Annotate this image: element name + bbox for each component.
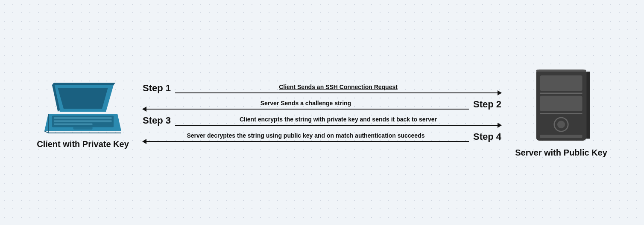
step1-arrow-container: Client Sends an SSH Connection Request <box>175 83 501 93</box>
server-icon <box>527 68 595 144</box>
step4-arrow-container: Server decryptes the string using public… <box>143 132 469 141</box>
diagram: Client with Private Key Step 1 Client Se… <box>27 68 617 158</box>
step3-arrow <box>175 125 501 126</box>
svg-rect-21 <box>540 135 583 138</box>
steps-section: Step 1 Client Sends an SSH Connection Re… <box>138 80 506 145</box>
step1-label: Step 1 <box>143 83 171 94</box>
svg-marker-12 <box>52 83 116 85</box>
svg-rect-16 <box>540 92 583 94</box>
server-label: Server with Public Key <box>515 148 607 158</box>
step2-row: Server Sends a challenge string Step 2 <box>143 99 501 110</box>
step4-row: Server decryptes the string using public… <box>143 131 501 142</box>
server-section: Server with Public Key <box>506 68 617 158</box>
step3-row: Step 3 Client encrypts the string with p… <box>143 115 501 126</box>
svg-rect-4 <box>54 117 112 119</box>
step3-arrow-line <box>175 125 501 126</box>
step4-label: Step 4 <box>473 131 501 142</box>
client-label: Client with Private Key <box>37 139 129 149</box>
svg-point-20 <box>557 121 565 128</box>
svg-rect-7 <box>73 126 93 129</box>
step3-label: Step 3 <box>143 115 171 126</box>
step1-text: Client Sends an SSH Connection Request <box>175 83 501 91</box>
svg-rect-23 <box>536 69 586 72</box>
main-container: Client with Private Key Step 1 Client Se… <box>0 0 644 225</box>
svg-marker-1 <box>58 88 108 109</box>
client-section: Client with Private Key <box>27 76 138 149</box>
laptop-icon <box>44 76 121 136</box>
step1-arrow <box>175 92 501 93</box>
svg-rect-17 <box>540 95 583 111</box>
step2-arrow-container: Server Sends a challenge string <box>143 99 469 109</box>
step1-row: Step 1 Client Sends an SSH Connection Re… <box>143 83 501 94</box>
step4-arrow <box>143 141 469 142</box>
step2-arrow <box>143 109 469 110</box>
svg-rect-6 <box>54 123 93 125</box>
svg-rect-5 <box>54 120 112 122</box>
step2-arrow-line <box>143 109 469 110</box>
svg-rect-22 <box>586 72 590 139</box>
svg-rect-18 <box>540 113 583 114</box>
step4-arrow-line <box>143 141 469 142</box>
step4-text: Server decryptes the string using public… <box>143 132 469 139</box>
step2-label: Step 2 <box>473 99 501 110</box>
step3-text: Client encrypts the string with private … <box>175 115 501 123</box>
step3-arrow-container: Client encrypts the string with private … <box>175 115 501 125</box>
step2-text: Server Sends a challenge string <box>143 99 469 107</box>
svg-line-8 <box>44 131 48 133</box>
step1-arrow-line <box>175 92 501 93</box>
svg-rect-15 <box>540 75 583 91</box>
